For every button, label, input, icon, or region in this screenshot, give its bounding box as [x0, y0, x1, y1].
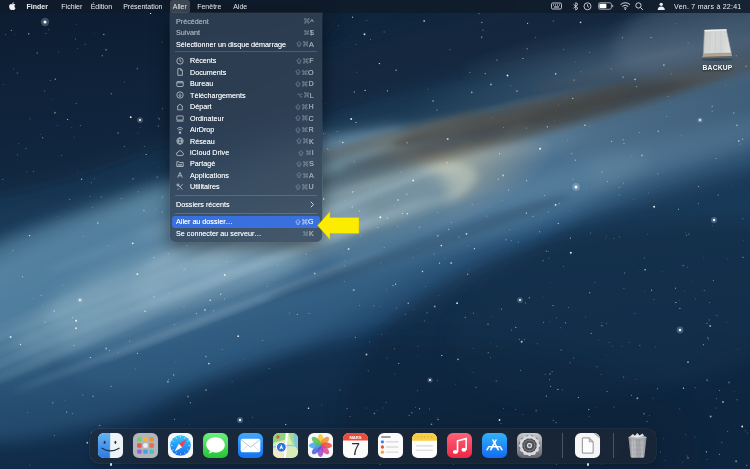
svg-text:7: 7: [351, 441, 360, 458]
svg-text:MARS: MARS: [349, 435, 361, 440]
